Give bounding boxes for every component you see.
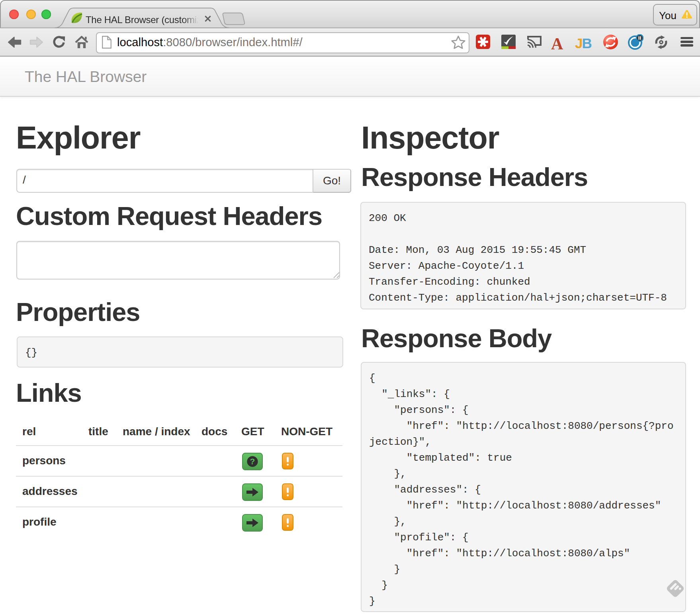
svg-text:?: ? <box>250 457 255 466</box>
